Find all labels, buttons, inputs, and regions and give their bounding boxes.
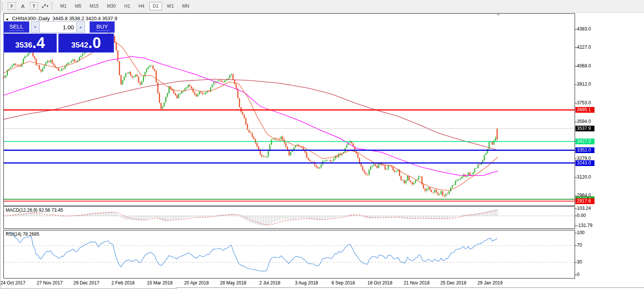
toolbar-grip-2[interactable] <box>51 2 54 10</box>
chevron-down-icon: ▾ <box>46 4 48 8</box>
chart-header: ▲ CHINA300-,Daily 3445.8 3538.2 3420.4 3… <box>5 16 117 21</box>
tf-button-H4[interactable]: H4 <box>135 2 147 10</box>
buy-button-label: BUY <box>96 23 109 31</box>
text-box-tool-icon[interactable]: T <box>30 2 38 10</box>
trading-app-window: F A T ⤢▾ M1M5M15M30H1H4D1W1MN ▲ CHINA300… <box>0 0 644 289</box>
buy-price-panel[interactable]: 3542 .0 <box>58 34 114 53</box>
fibonacci-tool-icon[interactable]: F <box>8 2 16 10</box>
buy-price-small: 3542 <box>71 41 88 49</box>
sell-price-panel[interactable]: 3536 .4 <box>3 34 57 53</box>
tf-button-M1[interactable]: M1 <box>57 2 70 10</box>
tf-button-H1[interactable]: H1 <box>121 2 133 10</box>
volume-input[interactable] <box>40 21 76 33</box>
one-click-trading-panel: SELL ▼ ▲ BUY 3536 .4 3542 .0 <box>3 21 115 53</box>
symbol-arrow-icon: ▲ <box>5 17 9 21</box>
tf-button-M15[interactable]: M15 <box>86 2 102 10</box>
sell-price-big: .4 <box>32 34 45 51</box>
tf-button-D1[interactable]: D1 <box>149 2 162 10</box>
volume-increase-button[interactable]: ▲ <box>76 21 85 33</box>
toolbar-grip[interactable] <box>2 2 4 10</box>
ohlc-close: 3537.9 <box>102 16 117 21</box>
arrows-glyph: ⤢ <box>42 3 46 9</box>
arrows-tool-icon[interactable]: ⤢▾ <box>40 2 50 11</box>
chart-toolbar: F A T ⤢▾ M1M5M15M30H1H4D1W1MN <box>0 0 644 13</box>
ohlc-low: 3420.4 <box>86 16 101 21</box>
symbol-name: CHINA300-,Daily <box>12 16 50 21</box>
tf-button-M5[interactable]: M5 <box>72 2 85 10</box>
buy-price-big: .0 <box>88 34 101 51</box>
timeframe-bar: M1M5M15M30H1H4D1W1MN <box>56 2 194 10</box>
buy-button[interactable]: BUY <box>90 21 115 33</box>
tf-button-M30[interactable]: M30 <box>104 2 119 10</box>
ohlc-open: 3445.8 <box>53 16 68 21</box>
ohlc-high: 3538.2 <box>69 16 84 21</box>
sell-price-small: 3536 <box>15 41 32 49</box>
sell-button-label: SELL <box>9 23 24 31</box>
sell-button[interactable]: SELL <box>3 21 29 33</box>
volume-decrease-button[interactable]: ▼ <box>31 21 40 33</box>
tf-button-W1[interactable]: W1 <box>163 2 177 10</box>
tf-button-MN[interactable]: MN <box>179 2 193 10</box>
text-label-tool-icon[interactable]: A <box>18 2 27 11</box>
